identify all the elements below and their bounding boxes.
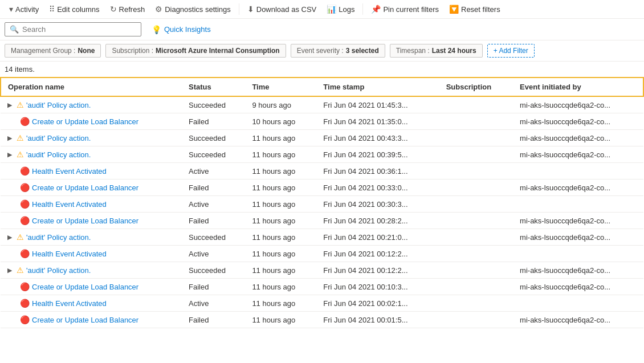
col-time[interactable]: Time	[245, 78, 316, 96]
initiated-by-cell: mi-aks-lsuoccqde6qa2-co...	[513, 229, 643, 246]
logs-label: Logs	[339, 5, 354, 14]
status-cell: Failed	[182, 113, 245, 130]
time-cell: 11 hours ago	[245, 262, 316, 279]
logs-button[interactable]: 📊 Logs	[322, 2, 359, 16]
operation-link[interactable]: Create or Update Load Balancer	[32, 117, 138, 126]
operation-name-cell: 🔴Health Event Activated	[7, 166, 175, 176]
timespan-filter[interactable]: Timespan : Last 24 hours	[390, 44, 483, 58]
subscription-filter[interactable]: Subscription : Microsoft Azure Internal …	[105, 44, 286, 58]
main-toolbar: ▾ Activity ⠿ Edit columns ↻ Refresh ⚙ Di…	[0, 0, 644, 19]
activity-button[interactable]: ▾ Activity	[5, 2, 43, 16]
col-initiated-by[interactable]: Event initiated by	[513, 78, 643, 96]
download-button[interactable]: ⬇ Download as CSV	[243, 2, 321, 16]
error-icon: 🔴	[20, 282, 30, 291]
operation-link[interactable]: 'audit' Policy action.	[26, 266, 91, 275]
timespan-label: Timespan :	[396, 47, 430, 55]
operation-link[interactable]: Create or Update Load Balancer	[32, 183, 138, 192]
edit-columns-button[interactable]: ⠿ Edit columns	[44, 2, 104, 16]
operation-link[interactable]: 'audit' Policy action.	[26, 134, 91, 142]
refresh-button[interactable]: ↻ Refresh	[105, 2, 150, 16]
table-row: 🔴Health Event ActivatedActive11 hours ag…	[1, 196, 643, 213]
time-cell: 9 hours ago	[245, 96, 316, 113]
col-operation[interactable]: Operation name	[1, 78, 182, 96]
col-subscription[interactable]: Subscription	[439, 78, 513, 96]
table-row: ▶⚠'audit' Policy action.Succeeded9 hours…	[1, 96, 643, 113]
severity-filter[interactable]: Event severity : 3 selected	[291, 44, 385, 58]
operation-link[interactable]: 'audit' Policy action.	[26, 150, 91, 159]
management-group-filter[interactable]: Management Group : None	[5, 44, 101, 58]
quick-insights-button[interactable]: 💡 Quick Insights	[146, 23, 217, 36]
subscription-label: Subscription :	[112, 47, 153, 55]
warning-icon: ⚠	[17, 100, 24, 109]
operation-name-cell: 🔴Create or Update Load Balancer	[7, 282, 175, 291]
separator-1	[239, 3, 239, 15]
initiated-by-cell	[513, 163, 643, 180]
table-row: ▶⚠'audit' Policy action.Succeeded11 hour…	[1, 262, 643, 279]
diagnostics-button[interactable]: ⚙ Diagnostics settings	[150, 2, 235, 16]
items-count: 14 items.	[0, 62, 644, 77]
operation-link[interactable]: Health Event Activated	[32, 167, 107, 176]
status-cell: Failed	[182, 312, 245, 328]
status-cell: Failed	[182, 180, 245, 196]
add-filter-button[interactable]: + Add Filter	[487, 44, 535, 58]
expand-button[interactable]: ▶	[7, 234, 14, 241]
operation-link[interactable]: Health Event Activated	[32, 299, 107, 308]
activity-table: Operation name Status Time Time stamp Su…	[0, 77, 644, 328]
col-timestamp[interactable]: Time stamp	[316, 78, 439, 96]
initiated-by-cell: mi-aks-lsuoccqde6qa2-co...	[513, 180, 643, 196]
operation-link[interactable]: Create or Update Load Balancer	[32, 283, 138, 291]
expand-button[interactable]: ▶	[7, 134, 14, 142]
timestamp-cell: Fri Jun 04 2021 00:30:3...	[316, 196, 439, 213]
error-icon: 🔴	[20, 117, 30, 126]
time-cell: 10 hours ago	[245, 113, 316, 130]
table-row: 🔴Health Event ActivatedActive11 hours ag…	[1, 295, 643, 312]
subscription-cell	[439, 96, 513, 113]
table-body: ▶⚠'audit' Policy action.Succeeded9 hours…	[1, 96, 643, 328]
status-cell: Active	[182, 196, 245, 213]
status-cell: Succeeded	[182, 262, 245, 279]
col-status[interactable]: Status	[182, 78, 245, 96]
subscription-cell	[439, 163, 513, 180]
initiated-by-cell: mi-aks-lsuoccqde6qa2-co...	[513, 312, 643, 328]
timestamp-cell: Fri Jun 04 2021 00:28:2...	[316, 213, 439, 229]
operation-link[interactable]: Health Event Activated	[32, 200, 107, 209]
table-row: 🔴Health Event ActivatedActive11 hours ag…	[1, 163, 643, 180]
search-input[interactable]	[22, 25, 136, 34]
subscription-cell	[439, 146, 513, 163]
time-cell: 11 hours ago	[245, 130, 316, 146]
operation-link[interactable]: Create or Update Load Balancer	[32, 217, 138, 225]
download-label: Download as CSV	[256, 5, 317, 14]
activity-icon: ▾	[9, 5, 13, 14]
warning-icon: ⚠	[17, 133, 24, 142]
initiated-by-cell: mi-aks-lsuoccqde6qa2-co...	[513, 213, 643, 229]
operation-link[interactable]: 'audit' Policy action.	[26, 233, 91, 242]
operation-name-cell: ▶⚠'audit' Policy action.	[7, 233, 175, 242]
subscription-cell	[439, 295, 513, 312]
status-cell: Succeeded	[182, 146, 245, 163]
operation-link[interactable]: 'audit' Policy action.	[26, 101, 91, 109]
separator-2	[362, 3, 363, 15]
time-cell: 11 hours ago	[245, 180, 316, 196]
expand-button[interactable]: ▶	[7, 151, 14, 158]
operation-link[interactable]: Health Event Activated	[32, 250, 107, 258]
time-cell: 11 hours ago	[245, 312, 316, 328]
add-filter-label: + Add Filter	[494, 47, 528, 55]
time-cell: 11 hours ago	[245, 196, 316, 213]
pin-filters-button[interactable]: 📌 Pin current filters	[366, 2, 443, 16]
search-icon: 🔍	[10, 25, 19, 34]
operation-name-cell: 🔴Create or Update Load Balancer	[7, 216, 175, 225]
expand-button[interactable]: ▶	[7, 101, 14, 109]
initiated-by-cell	[513, 246, 643, 262]
search-container: 🔍	[5, 22, 141, 36]
status-cell: Failed	[182, 279, 245, 295]
initiated-by-cell: mi-aks-lsuoccqde6qa2-co...	[513, 279, 643, 295]
reset-filters-button[interactable]: 🔽 Reset filters	[445, 2, 505, 16]
operation-name-cell: 🔴Health Event Activated	[7, 299, 175, 308]
initiated-by-cell	[513, 295, 643, 312]
operation-link[interactable]: Create or Update Load Balancer	[32, 316, 138, 324]
status-cell: Active	[182, 295, 245, 312]
refresh-label: Refresh	[119, 5, 145, 14]
timestamp-cell: Fri Jun 04 2021 00:12:2...	[316, 262, 439, 279]
expand-button[interactable]: ▶	[7, 267, 14, 274]
timestamp-cell: Fri Jun 04 2021 00:21:0...	[316, 229, 439, 246]
